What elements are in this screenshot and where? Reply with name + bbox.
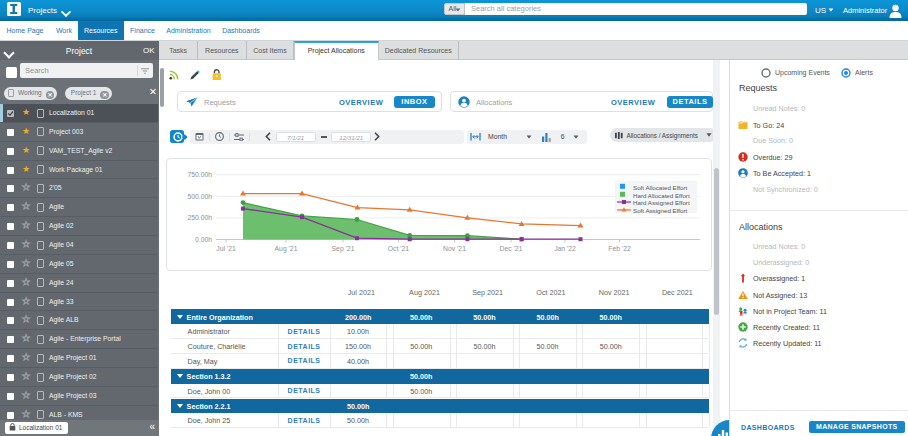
svg-text:750.00h: 750.00h bbox=[187, 171, 212, 178]
svg-text:Soft Assigned Effort: Soft Assigned Effort bbox=[633, 207, 688, 214]
svg-text:Hard Allocated Effort: Hard Allocated Effort bbox=[633, 192, 690, 199]
svg-text:Sep '21: Sep '21 bbox=[332, 245, 355, 253]
svg-text:Nov '21: Nov '21 bbox=[443, 245, 466, 252]
svg-text:Jan '22: Jan '22 bbox=[554, 245, 576, 252]
svg-text:Aug '21: Aug '21 bbox=[275, 245, 298, 253]
svg-text:0.00h: 0.00h bbox=[195, 236, 212, 243]
svg-text:Dec '21: Dec '21 bbox=[500, 245, 523, 252]
svg-text:Soft Allocated Effort: Soft Allocated Effort bbox=[633, 184, 688, 191]
svg-text:Jul '21: Jul '21 bbox=[216, 245, 236, 252]
svg-text:Oct '21: Oct '21 bbox=[388, 245, 410, 252]
svg-text:Feb '22: Feb '22 bbox=[608, 245, 631, 252]
svg-text:500.00h: 500.00h bbox=[187, 193, 212, 200]
svg-text:250.00h: 250.00h bbox=[187, 214, 212, 221]
svg-text:Hard Assigned Effort: Hard Assigned Effort bbox=[633, 199, 690, 206]
